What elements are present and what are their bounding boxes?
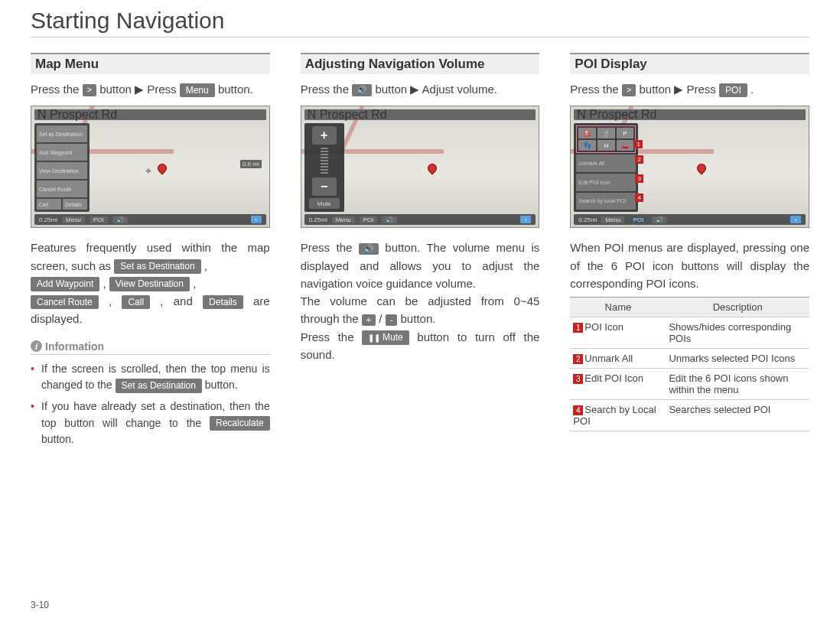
ss-menu[interactable]: Menu: [332, 216, 355, 223]
poi-grid-icon[interactable]: 🚗: [617, 140, 634, 151]
information-header: i Information: [31, 340, 270, 355]
poi-grid-icon[interactable]: 🍴: [597, 128, 615, 138]
section-header-poi: POI Display: [570, 53, 809, 74]
ss-vol-track[interactable]: [321, 148, 328, 174]
poi-grid-icon[interactable]: 👣: [578, 140, 596, 151]
ss-road-label: N Prospect Rd: [574, 109, 806, 120]
ss-btn-details[interactable]: Details: [63, 199, 87, 210]
ss-btn-call[interactable]: Call: [37, 199, 61, 210]
table-row: 3Edit POI Icon Edit the 6 POI icons show…: [570, 369, 809, 400]
ss-vol-minus[interactable]: −: [312, 177, 337, 196]
section-header-map-menu: Map Menu: [31, 53, 270, 74]
ss-side-panel: Set as Destination Add Waypoint View Des…: [34, 123, 90, 212]
th-desc: Description: [666, 298, 809, 317]
cancel-route-button[interactable]: Cancel Route: [31, 295, 99, 310]
text: button ▶ Adjust volume.: [375, 83, 497, 96]
text: , and: [160, 294, 203, 307]
ss-poi-search-local[interactable]: Search by local POI 4: [576, 193, 636, 210]
content-columns: Map Menu Press the > button ▶ Press Menu…: [31, 53, 809, 453]
table-row: 1POI Icon Shows/hides corresponding POIs: [570, 317, 809, 349]
row-name: Search by Local POI: [573, 404, 656, 427]
ss-road-label: N Prospect Rd: [304, 109, 536, 120]
ss-btn-cancel-route[interactable]: Cancel Route: [37, 181, 87, 197]
ss-vol-plus[interactable]: +: [312, 126, 337, 145]
ss-btn-set-dest[interactable]: Set as Destination: [37, 125, 87, 142]
ss-volume-panel: + − Mute: [304, 123, 344, 212]
chevron-left-icon[interactable]: ‹: [251, 216, 262, 223]
map-menu-features: Features frequently used within the map …: [31, 239, 270, 327]
nav-volume-screenshot: ★ N Prospect Rd + − Mute 0.25mi Menu POI…: [301, 106, 540, 228]
ss-poi[interactable]: POI: [629, 216, 647, 223]
ss-menu[interactable]: Menu: [62, 216, 85, 223]
callout-4: 4: [635, 194, 643, 202]
pause-icon: ❚❚: [368, 333, 383, 342]
call-button[interactable]: Call: [122, 295, 150, 310]
ss-btn-view-dest[interactable]: View Destination: [37, 162, 87, 179]
column-map-menu: Map Menu Press the > button ▶ Press Menu…: [31, 53, 270, 453]
ss-poi-icon-grid: ⛽ 🍴 P 👣 H 🚗 1: [576, 125, 636, 153]
ss-sound-icon[interactable]: 🔊: [382, 216, 397, 223]
poi-intro: Press the > button ▶ Press POI .: [570, 80, 809, 98]
ss-bottom-bar: 0.25mi Menu POI 🔊 ‹: [304, 214, 536, 225]
ss-poi[interactable]: POI: [360, 216, 378, 223]
details-button[interactable]: Details: [203, 295, 243, 310]
recalculate-button[interactable]: Recalculate: [210, 416, 270, 431]
set-destination-button[interactable]: Set as Destination: [116, 379, 202, 393]
ss-dist: 0.25mi: [578, 216, 597, 223]
text: Press the: [570, 83, 622, 96]
ss-sound-icon[interactable]: 🔊: [652, 216, 667, 223]
poi-screenshot: ★ N Prospect Rd ⛽ 🍴 P 👣 H 🚗 1 Unmark All…: [570, 106, 809, 228]
ss-mute[interactable]: Mute: [309, 198, 340, 209]
arrow-button[interactable]: >: [622, 84, 636, 96]
text: .: [750, 83, 754, 96]
arrow-button[interactable]: >: [83, 84, 96, 96]
row-desc: Shows/hides corresponding POIs: [666, 317, 809, 349]
ss-sound-icon[interactable]: 🔊: [112, 216, 128, 223]
chevron-left-icon[interactable]: ‹: [520, 216, 531, 223]
poi-grid-icon[interactable]: H: [597, 140, 615, 151]
text: Press the: [301, 83, 353, 96]
ss-bottom-bar: 0.25mi Menu POI 🔊 ‹: [34, 214, 266, 225]
sound-button[interactable]: 🔊: [359, 243, 379, 255]
ss-btn-add-wp[interactable]: Add Waypoint: [37, 144, 87, 161]
ss-dist-badge: 0.6 mi: [240, 160, 262, 168]
nav-vol-p4: Press the ❚❚ Mute button to turn off the…: [301, 328, 540, 364]
ss-poi-edit-icon[interactable]: Edit POI Icon 3: [576, 174, 636, 191]
add-waypoint-button[interactable]: Add Waypoint: [31, 277, 99, 291]
map-menu-intro: Press the > button ▶ Press Menu button.: [31, 80, 270, 98]
view-destination-button[interactable]: View Destination: [109, 277, 190, 291]
minus-button[interactable]: -: [386, 314, 398, 326]
row-desc: Unmarks selected POI Icons: [666, 349, 809, 369]
mute-label: Mute: [383, 332, 403, 343]
row-name: Unmark All: [584, 353, 633, 364]
title-divider: [31, 37, 809, 37]
map-menu-screenshot: ★ Ypsilanti, MI N Prospect Rd Set as Des…: [31, 106, 270, 228]
poi-grid-icon[interactable]: ⛽: [578, 128, 596, 138]
poi-grid-icon[interactable]: P: [617, 128, 634, 138]
sound-button[interactable]: 🔊: [352, 84, 372, 96]
ss-menu[interactable]: Menu: [601, 216, 624, 223]
text: ,: [193, 277, 196, 290]
ss-poi[interactable]: POI: [90, 216, 108, 223]
set-destination-button[interactable]: Set as Destination: [114, 259, 200, 274]
table-row: 2Unmark All Unmarks selected POI Icons: [570, 349, 809, 369]
page-number: 3-10: [31, 600, 49, 610]
info-item-1: If the screen is scrolled, then the top …: [31, 361, 270, 394]
nav-vol-intro: Press the 🔊 button ▶ Adjust volume.: [301, 80, 540, 98]
column-poi-display: POI Display Press the > button ▶ Press P…: [570, 53, 809, 453]
text: /: [379, 312, 385, 325]
row-badge: 1: [573, 323, 583, 333]
poi-button[interactable]: POI: [719, 83, 747, 98]
ss-poi-unmark-all[interactable]: Unmark All 2: [576, 154, 636, 172]
plus-button[interactable]: +: [362, 314, 376, 326]
text: Press the: [301, 330, 363, 343]
crosshair-icon: ⌖: [145, 164, 151, 177]
chevron-left-icon[interactable]: ‹: [790, 216, 801, 223]
menu-button[interactable]: Menu: [180, 83, 215, 98]
info-item-2: If you have already set a destination, t…: [31, 398, 270, 448]
text: ,: [103, 277, 109, 290]
label: Edit POI Icon: [578, 180, 610, 185]
mute-button[interactable]: ❚❚ Mute: [362, 330, 409, 345]
callout-3: 3: [635, 174, 643, 183]
table-row: 4Search by Local POI Searches selected P…: [570, 400, 809, 431]
